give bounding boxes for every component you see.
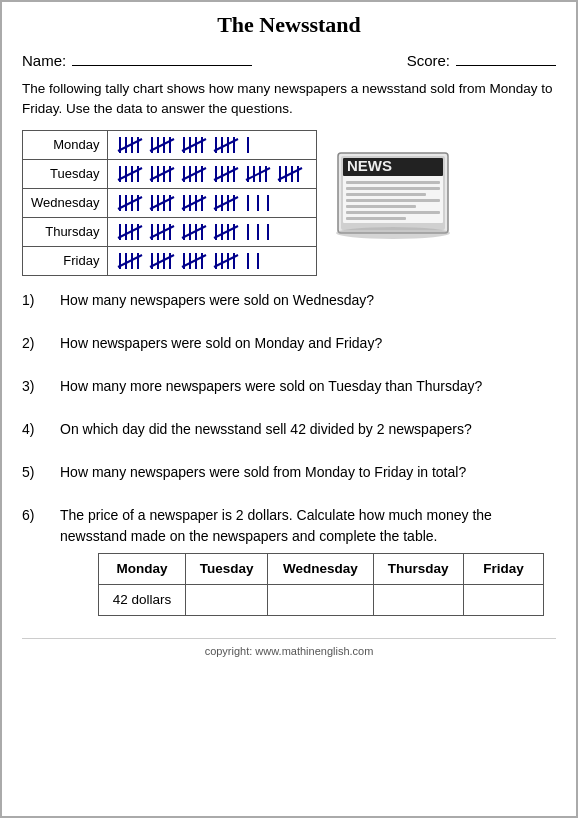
question-num: 2) xyxy=(22,333,50,354)
tally-marks-cell xyxy=(108,217,317,246)
tally-day-label: Wednesday xyxy=(23,188,108,217)
question-1: 1) How many newspapers were sold on Wedn… xyxy=(22,290,556,311)
tally-section: Monday Tuesday xyxy=(22,130,556,276)
score-label: Score: xyxy=(407,52,450,69)
svg-rect-126 xyxy=(346,193,426,196)
tally-row: Monday xyxy=(23,130,317,159)
table-header: Tuesday xyxy=(186,553,268,584)
question-num: 1) xyxy=(22,290,50,311)
tally-row: Tuesday xyxy=(23,159,317,188)
question-num: 4) xyxy=(22,419,50,440)
question-num: 5) xyxy=(22,462,50,483)
svg-rect-130 xyxy=(346,217,406,220)
table-header: Friday xyxy=(463,553,544,584)
svg-rect-125 xyxy=(346,187,440,190)
questions-section: 1) How many newspapers were sold on Wedn… xyxy=(22,290,556,617)
tally-table: Monday Tuesday xyxy=(22,130,317,276)
tally-day-label: Friday xyxy=(23,246,108,275)
svg-rect-128 xyxy=(346,205,416,208)
svg-text:NEWS: NEWS xyxy=(347,157,392,174)
bottom-table: MondayTuesdayWednesdayThursdayFriday 42 … xyxy=(98,553,544,617)
score-field-group: Score: xyxy=(407,48,556,69)
table-header: Thursday xyxy=(373,553,463,584)
question-text: How newspapers were sold on Monday and F… xyxy=(60,333,556,354)
svg-point-131 xyxy=(336,227,450,239)
table-cell-0: 42 dollars xyxy=(99,584,186,615)
question-3: 3) How many more newspapers were sold on… xyxy=(22,376,556,397)
question-5: 5) How many newspapers were sold from Mo… xyxy=(22,462,556,483)
table-header-row: MondayTuesdayWednesdayThursdayFriday xyxy=(99,553,544,584)
question-6: 6) The price of a newspaper is 2 dollars… xyxy=(22,505,556,617)
bottom-table-wrap: MondayTuesdayWednesdayThursdayFriday 42 … xyxy=(60,553,556,617)
tally-day-label: Tuesday xyxy=(23,159,108,188)
name-input-line[interactable] xyxy=(72,48,252,66)
tally-marks-cell xyxy=(108,159,317,188)
page-title: The Newsstand xyxy=(22,12,556,38)
copyright-text: copyright: www.mathinenglish.com xyxy=(22,638,556,657)
table-cell-3 xyxy=(373,584,463,615)
name-score-row: Name: Score: xyxy=(22,48,556,69)
intro-text: The following tally chart shows how many… xyxy=(22,79,556,120)
tally-marks-cell xyxy=(108,188,317,217)
question-text: How many newspapers were sold on Wednesd… xyxy=(60,290,556,311)
table-cell-1 xyxy=(186,584,268,615)
question-text: How many newspapers were sold from Monda… xyxy=(60,462,556,483)
tally-day-label: Monday xyxy=(23,130,108,159)
name-label: Name: xyxy=(22,52,66,69)
table-cell-4 xyxy=(463,584,544,615)
question-text: The price of a newspaper is 2 dollars. C… xyxy=(60,505,556,617)
question-4: 4) On which day did the newsstand sell 4… xyxy=(22,419,556,440)
tally-day-label: Thursday xyxy=(23,217,108,246)
question-text: How many more newspapers were sold on Tu… xyxy=(60,376,556,397)
table-data-row: 42 dollars xyxy=(99,584,544,615)
question-2: 2) How newspapers were sold on Monday an… xyxy=(22,333,556,354)
svg-rect-124 xyxy=(346,181,440,184)
question-text: On which day did the newsstand sell 42 d… xyxy=(60,419,556,440)
svg-rect-129 xyxy=(346,211,440,214)
tally-row: Thursday xyxy=(23,217,317,246)
score-input-line[interactable] xyxy=(456,48,556,66)
table-header: Wednesday xyxy=(267,553,373,584)
tally-row: Friday xyxy=(23,246,317,275)
question-num: 6) xyxy=(22,505,50,617)
tally-marks-cell xyxy=(108,246,317,275)
newspaper-image: NEWS xyxy=(333,130,463,250)
svg-rect-127 xyxy=(346,199,440,202)
table-cell-2 xyxy=(267,584,373,615)
name-field-group: Name: xyxy=(22,48,252,69)
table-header: Monday xyxy=(99,553,186,584)
tally-row: Wednesday xyxy=(23,188,317,217)
question-num: 3) xyxy=(22,376,50,397)
tally-marks-cell xyxy=(108,130,317,159)
